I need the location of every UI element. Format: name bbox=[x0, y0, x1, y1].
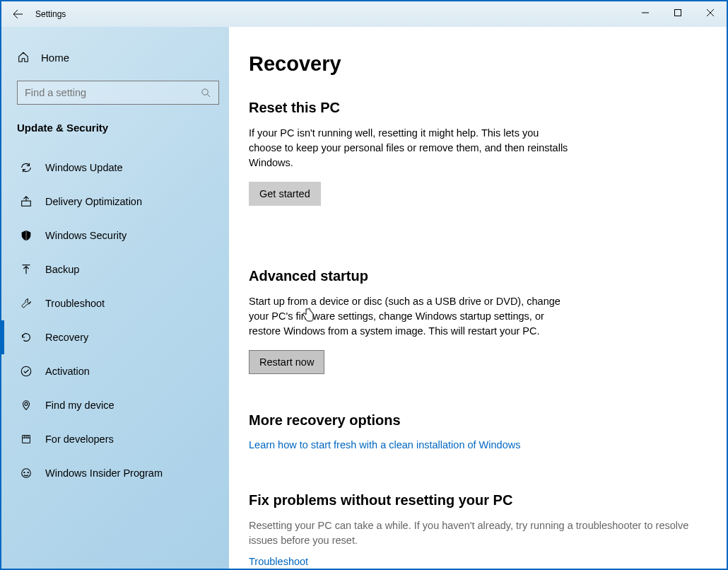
sidebar-nav: Windows Update Delivery Optimization Win… bbox=[17, 151, 218, 490]
titlebar: Settings bbox=[1, 1, 727, 27]
minimize-button[interactable] bbox=[629, 1, 662, 24]
sidebar-item-activation[interactable]: Activation bbox=[17, 354, 218, 388]
minimize-icon bbox=[642, 9, 649, 16]
advanced-body: Start up from a device or disc (such as … bbox=[249, 294, 574, 339]
sidebar-item-label: Activation bbox=[45, 366, 90, 377]
main-content: Recovery Reset this PC If your PC isn't … bbox=[229, 27, 727, 569]
sidebar-item-label: Windows Security bbox=[45, 230, 127, 241]
sidebar-item-troubleshoot[interactable]: Troubleshoot bbox=[17, 286, 218, 320]
sidebar-item-label: Recovery bbox=[45, 332, 88, 343]
sidebar-item-label: Windows Insider Program bbox=[45, 467, 163, 479]
fresh-install-link[interactable]: Learn how to start fresh with a clean in… bbox=[249, 439, 520, 450]
svg-point-5 bbox=[22, 469, 31, 478]
svg-rect-0 bbox=[675, 10, 681, 16]
home-label: Home bbox=[41, 52, 69, 64]
svg-rect-2 bbox=[22, 201, 31, 206]
delivery-icon bbox=[20, 195, 33, 208]
location-icon bbox=[20, 399, 33, 412]
troubleshoot-link[interactable]: Troubleshoot bbox=[249, 556, 308, 567]
wrench-icon bbox=[20, 297, 33, 310]
window-controls bbox=[629, 1, 727, 24]
get-started-button[interactable]: Get started bbox=[249, 182, 321, 206]
sidebar-item-recovery[interactable]: Recovery bbox=[17, 320, 218, 354]
backup-icon bbox=[20, 263, 33, 276]
maximize-button[interactable] bbox=[662, 1, 694, 24]
sidebar-item-backup[interactable]: Backup bbox=[17, 252, 218, 286]
sync-icon bbox=[20, 161, 33, 174]
sidebar-item-windows-update[interactable]: Windows Update bbox=[17, 151, 218, 185]
svg-point-1 bbox=[202, 88, 208, 94]
close-icon bbox=[707, 9, 714, 16]
reset-heading: Reset this PC bbox=[249, 100, 710, 116]
fix-heading: Fix problems without resetting your PC bbox=[249, 492, 710, 508]
svg-point-6 bbox=[23, 472, 25, 473]
arrow-left-icon bbox=[12, 8, 23, 20]
search-input-wrapper[interactable] bbox=[17, 81, 219, 105]
window-title: Settings bbox=[35, 9, 66, 19]
sidebar-item-delivery-optimization[interactable]: Delivery Optimization bbox=[17, 185, 218, 219]
developer-icon bbox=[20, 433, 33, 446]
svg-point-4 bbox=[25, 402, 28, 405]
back-button[interactable] bbox=[1, 1, 34, 27]
advanced-heading: Advanced startup bbox=[249, 268, 710, 284]
svg-point-7 bbox=[28, 472, 29, 473]
insider-icon bbox=[20, 467, 33, 479]
sidebar-category: Update & Security bbox=[17, 122, 218, 134]
search-input[interactable] bbox=[25, 87, 201, 98]
home-icon bbox=[17, 51, 30, 64]
recovery-icon bbox=[20, 331, 33, 344]
sidebar-item-for-developers[interactable]: For developers bbox=[17, 422, 218, 456]
sidebar: Home Update & Security Windows Update De… bbox=[1, 27, 229, 569]
sidebar-item-label: Windows Update bbox=[45, 162, 123, 173]
sidebar-item-find-my-device[interactable]: Find my device bbox=[17, 388, 218, 422]
search-icon bbox=[201, 88, 211, 98]
sidebar-item-windows-security[interactable]: Windows Security bbox=[17, 219, 218, 252]
reset-body: If your PC isn't running well, resetting… bbox=[249, 126, 574, 170]
sidebar-item-label: Find my device bbox=[45, 400, 115, 411]
sidebar-item-windows-insider[interactable]: Windows Insider Program bbox=[17, 456, 218, 490]
close-button[interactable] bbox=[694, 1, 727, 24]
sidebar-item-label: For developers bbox=[45, 434, 114, 445]
fix-body: Resetting your PC can take a while. If y… bbox=[249, 518, 710, 548]
shield-icon bbox=[20, 229, 33, 242]
svg-point-3 bbox=[21, 366, 31, 376]
restart-now-button[interactable]: Restart now bbox=[249, 350, 324, 374]
sidebar-item-label: Troubleshoot bbox=[45, 298, 105, 309]
page-title: Recovery bbox=[249, 52, 710, 76]
maximize-icon bbox=[674, 9, 681, 16]
home-button[interactable]: Home bbox=[17, 48, 218, 66]
sidebar-item-label: Delivery Optimization bbox=[45, 196, 142, 207]
sidebar-item-label: Backup bbox=[45, 264, 79, 275]
more-heading: More recovery options bbox=[249, 412, 710, 429]
check-circle-icon bbox=[20, 365, 33, 378]
